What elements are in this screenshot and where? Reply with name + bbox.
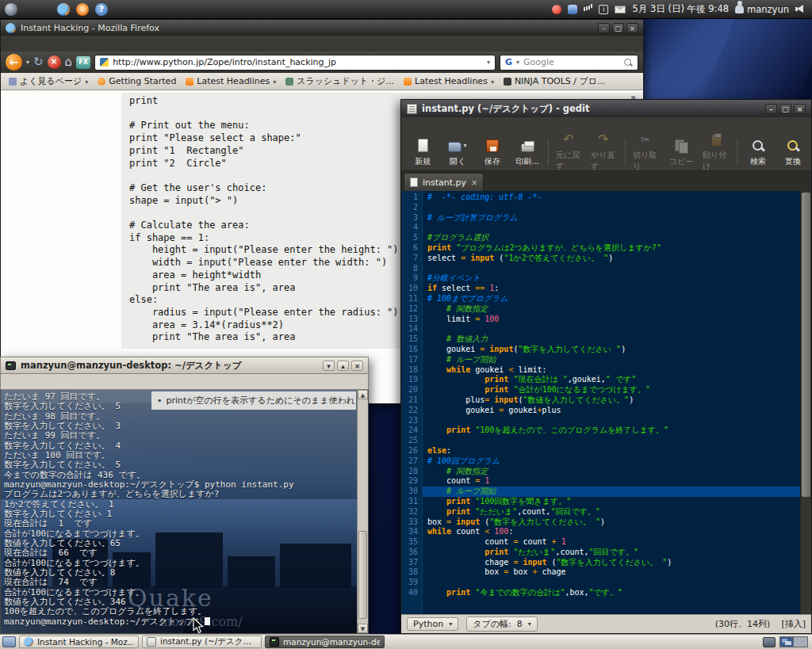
code-line[interactable]: 26else: [401,446,800,456]
save-button[interactable]: 保存 [475,135,510,170]
workspace-2[interactable] [794,637,807,647]
code-line[interactable]: 24 print "100を超えたので、このプログラムを終了します。" [401,426,800,436]
open-folder-button[interactable]: ▾開く [440,135,475,170]
scroll-up-icon[interactable]: ▲ [358,390,368,399]
help-launcher-icon[interactable]: ? [95,3,108,16]
menu-item[interactable] [39,380,50,384]
scrollbar-thumb[interactable] [358,531,367,619]
volume-icon[interactable] [795,5,806,13]
im-status-icon[interactable] [568,5,577,14]
menu-item[interactable] [404,124,416,128]
replace-button[interactable]: 置換 [776,135,810,170]
code-line[interactable]: 37 chage = input ("数字を入力してください。 ") [401,558,800,568]
workspace-switcher[interactable] [779,636,808,647]
code-line[interactable]: 9#分岐イベント [401,273,800,284]
url-dropdown-caret-icon[interactable]: ▾ [487,59,490,66]
print-button[interactable]: 印刷... [510,135,545,170]
menu-item[interactable] [6,380,17,384]
code-line[interactable]: 27# 100回プログラム [401,456,800,467]
gnome-menu-icon[interactable] [5,3,17,16]
menu-item[interactable] [449,124,460,128]
search-engine-icon[interactable]: G [505,57,512,67]
code-line[interactable]: 33box = input ("数字を入力してください。 ") [401,517,800,528]
dropdown-caret-icon[interactable]: ▾ [463,142,466,149]
menu-item[interactable] [26,42,37,45]
maximize-button[interactable]: ▢ [779,104,791,114]
tab-close-icon[interactable]: × [471,178,477,187]
code-line[interactable]: 16 goukei = input("数字を入力してください ") [401,345,800,355]
gedit-editor[interactable]: 1# -*- coding: utf-8 -*-23# ループ計算プログラム45… [401,191,811,614]
code-line[interactable]: 2 [401,203,800,213]
bookmark-item[interactable]: NINJA TOOLS / ブロ... [504,75,606,87]
code-line[interactable]: 7select = input ("1か2で答えてください。 ") [401,254,800,264]
bookmark-item[interactable]: Getting Started [98,76,176,86]
close-button[interactable]: × [351,361,363,371]
menu-item[interactable] [50,380,61,384]
code-line[interactable]: 13 limit = 100 [401,315,800,325]
code-line[interactable]: 31 print "100回数字を聞きます。" [401,497,800,507]
document-tab[interactable]: instant.py × [404,173,484,191]
menu-item[interactable] [71,42,82,45]
taskbar-window-button[interactable]: instant.py (~/デスク... [142,636,262,648]
code-line[interactable]: 6print "プログラムは2つありますが、どちらを選択しますか?" [401,243,800,254]
minimize-button[interactable]: ▾ [323,361,335,371]
terminal-body[interactable]: Quake moon-9.com/ printが空の行を表示するためにそのまま使… [0,390,369,634]
drawer-icon[interactable] [763,637,776,647]
network-signal-icon[interactable] [584,7,585,11]
extension-badge-icon[interactable] [76,56,90,69]
code-line[interactable]: 18 while goukei < limit: [401,365,800,376]
code-line[interactable]: 32 print "ただいま",count,"回目です。" [401,507,800,517]
scrollbar-thumb[interactable] [802,193,810,497]
code-line[interactable]: 15 # 数値入力 [401,334,800,345]
close-button[interactable]: × [626,23,638,33]
code-line[interactable]: 36 print "ただいま",count,"回目です。" [401,548,800,558]
maximize-button[interactable]: ▢ [612,23,624,33]
code-line[interactable]: 23 [401,416,800,426]
code-line[interactable]: 40 print "今までの数字の合計は",box,"です。" [401,588,800,598]
code-line[interactable]: 12 # 関数指定 [401,304,800,315]
update-notifier-icon[interactable] [552,5,561,14]
code-line[interactable]: 30 # ループ開始 [401,487,800,497]
code-line[interactable]: 35 count = count + 1 [401,537,800,548]
menu-item[interactable] [438,124,449,128]
close-button[interactable]: × [794,104,806,114]
terminal-titlebar[interactable]: manzyun@manzyun-desktop: ~/デスクトップ ▾ ▴ × [0,357,369,374]
editor-scrollbar[interactable] [800,191,811,614]
code-line[interactable]: 20 print "合計が100になるまでつづけます。" [401,385,800,395]
menu-item[interactable] [416,124,427,128]
code-line[interactable]: 28 # 関数指定 [401,467,800,477]
bookmark-item[interactable]: Latest Headlines [404,76,494,86]
maximize-button[interactable]: ▴ [337,361,349,371]
new-document-button[interactable]: 新規 [405,135,440,170]
search-icon[interactable] [623,58,633,67]
search-engine-caret-icon[interactable]: ▾ [516,59,519,66]
bookmark-item[interactable]: よく見るページ [9,75,88,87]
bookmark-item[interactable]: Latest Headlines [186,76,276,86]
back-icon[interactable]: ← [6,54,22,71]
code-line[interactable]: 22 goukei = goukei+plus [401,406,800,416]
stop-icon[interactable]: × [48,55,61,69]
code-line[interactable]: 17 # ループ開始 [401,355,800,365]
menu-item[interactable] [37,42,48,45]
mail-icon[interactable] [615,6,626,13]
menu-item[interactable] [59,42,71,45]
app-launcher-icon[interactable] [76,3,89,16]
minimize-button[interactable]: – [765,104,777,114]
code-line[interactable]: 5#プログラム選択 [401,233,800,243]
firefox-titlebar[interactable]: Instant Hacking - Mozilla Firefox – ▢ × [1,20,643,36]
code-line[interactable]: 38 box = box + chage [401,567,800,578]
firefox-launcher-icon[interactable] [57,3,70,16]
code-line[interactable]: 11# 100までプログラム [401,294,800,304]
scroll-down-icon[interactable]: ▼ [358,624,368,633]
menu-item[interactable] [43,7,54,12]
code-line[interactable]: 25 [401,436,800,446]
menu-item[interactable] [32,7,43,12]
home-icon[interactable]: ⌂ [65,56,73,68]
code-line[interactable]: 4 [401,223,800,233]
menu-item[interactable] [15,42,26,45]
code-line[interactable]: 10if select == 1: [401,284,800,294]
language-selector[interactable]: Python ▾ [407,617,458,631]
menu-item[interactable] [48,42,59,45]
back-history-caret-icon[interactable]: ▾ [26,59,29,66]
taskbar-window-button[interactable]: Instant Hacking - Moz... [19,636,139,648]
